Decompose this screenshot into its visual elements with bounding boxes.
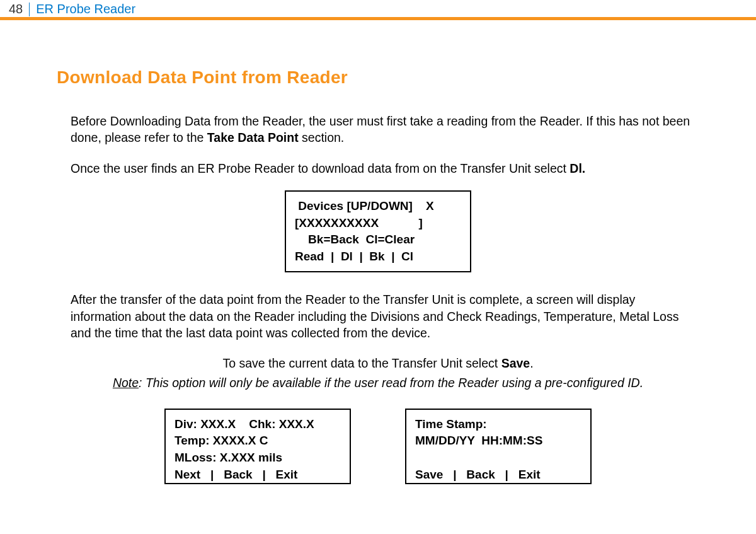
note-underline: Note xyxy=(113,376,139,390)
page-header: 48 ER Probe Reader xyxy=(0,0,756,20)
ts-line-1: Time Stamp: xyxy=(415,416,581,433)
paragraph-after-transfer: After the transfer of the data point fro… xyxy=(71,291,699,341)
ts-line-4: Save | Back | Exit xyxy=(415,467,581,484)
p1-text-1: Before Downloading Data from the Reader,… xyxy=(71,114,690,144)
devices-screen-container: Devices [UP/DOWN] X [XXXXXXXXXX ] Bk=Bac… xyxy=(57,190,699,272)
paragraph-select-dl: Once the user finds an ER Probe Reader t… xyxy=(71,160,699,177)
data-line-2: Temp: XXXX.X C xyxy=(175,432,341,450)
save-instruction: To save the current data to the Transfer… xyxy=(57,355,699,371)
content-area: Download Data Point from Reader Before D… xyxy=(0,20,756,484)
section-title: Download Data Point from Reader xyxy=(57,67,699,88)
devices-screen: Devices [UP/DOWN] X [XXXXXXXXXX ] Bk=Bac… xyxy=(285,190,471,272)
p2-text-1: Once the user finds an ER Probe Reader t… xyxy=(71,161,570,175)
ts-line-3 xyxy=(415,450,581,467)
devices-line-1: Devices [UP/DOWN] X xyxy=(295,198,461,215)
p2-bold: Dl. xyxy=(570,161,585,175)
devices-line-3: Bk=Back Cl=Clear xyxy=(295,231,461,248)
data-screen: Div: XXX.X Chk: XXX.X Temp: XXXX.X C MLo… xyxy=(164,409,351,484)
data-line-3: MLoss: X.XXX mils xyxy=(175,450,341,467)
header-title: ER Probe Reader xyxy=(30,2,135,16)
data-line-1: Div: XXX.X Chk: XXX.X xyxy=(175,416,341,433)
data-line-4: Next | Back | Exit xyxy=(175,467,341,484)
page-number: 48 xyxy=(9,3,30,16)
paragraph-intro: Before Downloading Data from the Reader,… xyxy=(71,113,699,146)
note-rest: : This option will only be available if … xyxy=(139,376,643,390)
p1-bold: Take Data Point xyxy=(207,131,299,144)
save-bold: Save xyxy=(501,356,530,370)
devices-line-4: Read | Dl | Bk | Cl xyxy=(295,248,461,265)
ts-line-2: MM/DD/YY HH:MM:SS xyxy=(415,432,581,450)
p1-text-2: section. xyxy=(299,131,345,144)
save-text-2: . xyxy=(530,356,533,370)
save-text-1: To save the current data to the Transfer… xyxy=(222,356,501,370)
bottom-screens-row: Div: XXX.X Chk: XXX.X Temp: XXXX.X C MLo… xyxy=(57,409,699,484)
devices-line-2: [XXXXXXXXXX ] xyxy=(295,215,461,232)
note-line: Note: This option will only be available… xyxy=(57,374,699,391)
timestamp-screen: Time Stamp: MM/DD/YY HH:MM:SS Save | Bac… xyxy=(405,409,592,484)
